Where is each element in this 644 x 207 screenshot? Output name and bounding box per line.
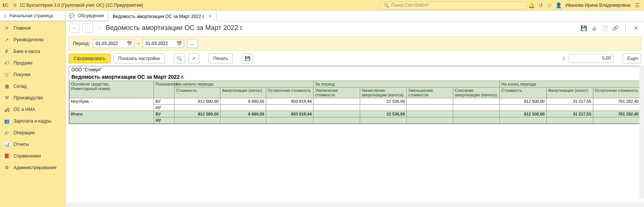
back-button[interactable]: ←	[69, 24, 80, 33]
calendar-icon[interactable]: 📅	[127, 41, 132, 46]
titlebar: 1С ≡ 1С:Бухгалтерия 3.0 (Групповой учет …	[0, 0, 644, 10]
save-disk-button[interactable]: 💾	[242, 54, 253, 63]
search-placeholder: Поиск Ctrl+Shift+F	[391, 3, 429, 8]
sidebar-label: Справочники	[14, 153, 41, 159]
people-icon: 👥	[4, 118, 10, 124]
app-title: 1С:Бухгалтерия 3.0 (Групповой учет ОС) (…	[20, 3, 143, 8]
calendar-icon[interactable]: 📅	[176, 41, 182, 46]
show-settings-button[interactable]: Показать настройки	[113, 54, 165, 63]
home-icon: ⌂	[4, 13, 6, 18]
cell-nu: НУ	[154, 105, 175, 111]
sidebar-item-production[interactable]: ⚒Производство	[0, 92, 65, 104]
th-asset: Основное средство, Инвентарный номер	[69, 81, 154, 98]
sidebar-item-reports[interactable]: 📊Отчеты	[0, 138, 65, 150]
scrollbar-vertical[interactable]	[639, 66, 644, 198]
truck-icon: 🚚	[4, 107, 10, 112]
tab-home-label: Начальная страница	[9, 13, 53, 18]
tag-icon: 🏷	[4, 60, 10, 66]
tab-active-label: Ведомость амортизации ОС за Март 2022 г.	[113, 14, 205, 19]
sidebar-label: Банк и касса	[14, 49, 40, 54]
cell-total-nu: НУ	[154, 117, 175, 124]
form-button[interactable]: Сформировать	[69, 54, 110, 63]
link-icon[interactable]: 🔗	[611, 25, 619, 31]
find-button[interactable]: 🔍	[174, 54, 185, 63]
total-row-nu: НУ	[69, 117, 641, 124]
send-icon[interactable]: 📄	[600, 25, 609, 31]
save-icon[interactable]: 💾	[579, 25, 588, 31]
kebab-icon[interactable]: ⋮	[621, 25, 630, 31]
tab-active[interactable]: Ведомость амортизации ОС за Март 2022 г.…	[108, 10, 217, 21]
cell-total-bu: БУ	[154, 111, 175, 117]
tab-discussions[interactable]: 💬 Обсуждения	[65, 10, 108, 21]
th-start-resid: Остаточная стоимость	[266, 87, 313, 98]
tab-home[interactable]: ⌂ Начальная страница	[0, 10, 65, 21]
report-title: Ведомость амортизации ОС за Март 2022 г.	[69, 73, 641, 81]
sidebar-label: Покупки	[14, 72, 30, 77]
report-table: Основное средство, Инвентарный номер Пок…	[69, 81, 641, 124]
period-picker-button[interactable]: ...	[187, 39, 198, 48]
th-period: За период	[314, 81, 500, 87]
date-to-input[interactable]: 31.03.2022 📅	[143, 39, 184, 48]
cell: 812 500,00	[500, 98, 546, 105]
book-icon: 📕	[4, 153, 10, 159]
sidebar-item-assets[interactable]: 🚚ОС и НМА	[0, 104, 65, 115]
sidebar-item-purchases[interactable]: 🛒Покупки	[0, 69, 65, 80]
star-icon[interactable]: ☆	[545, 2, 554, 8]
th-acc-depr: Начисление амортизации (износа)	[360, 87, 407, 98]
period-bar: Период: 01.03.2022 📅 – 31.03.2022 📅 ...	[69, 36, 641, 51]
report-area: ООО "Стимул" Ведомость амортизации ОС за…	[66, 66, 644, 202]
date-from-value: 01.03.2022	[95, 41, 118, 46]
th-start-depr: Амортизация (износ)	[220, 87, 266, 98]
sidebar-item-sales[interactable]: 🏷Продажи	[0, 57, 65, 69]
cell-total: Итого	[69, 111, 154, 124]
sum-output: 0,00	[569, 54, 614, 63]
th-wo-depr: Списание амортизации (износа)	[453, 87, 500, 98]
favorite-icon[interactable]: ☆	[97, 24, 102, 32]
date-to-value: 31.03.2022	[145, 41, 168, 46]
print-button[interactable]: Печать	[208, 54, 233, 63]
th-dec-cost: Уменьшение стоимости	[407, 87, 453, 98]
sidebar-item-operations[interactable]: ДтОперации	[0, 127, 65, 138]
sidebar-label: Отчеты	[14, 142, 29, 147]
close-icon[interactable]: ✕	[208, 14, 212, 19]
sidebar: ≡Главное ↗Руководителю ₽Банк и касса 🏷Пр…	[0, 21, 65, 207]
settings-lines-icon[interactable]: ☰	[633, 2, 642, 8]
expand-button[interactable]: ⤢	[188, 54, 199, 63]
sidebar-item-bank[interactable]: ₽Банк и касса	[0, 45, 65, 57]
sidebar-item-main[interactable]: ≡Главное	[0, 22, 65, 34]
sidebar-item-warehouse[interactable]: ▦Склад	[0, 80, 65, 92]
scrollbar-horizontal[interactable]	[66, 202, 644, 207]
menu-icon: ≡	[4, 26, 10, 31]
chart-icon: 📊	[4, 142, 10, 147]
th-end-cost: Стоимость	[500, 87, 546, 98]
print-icon[interactable]: 🖨	[590, 25, 598, 31]
th-indicators: Показатели	[154, 81, 175, 98]
user-icon[interactable]: 👤	[554, 2, 563, 8]
history-icon[interactable]: ↺	[536, 2, 545, 8]
sidebar-label: Руководителю	[14, 37, 44, 42]
date-from-input[interactable]: 01.03.2022 📅	[93, 39, 134, 48]
table-row[interactable]: НУ	[69, 105, 641, 111]
main-menu-icon[interactable]: ≡	[13, 2, 17, 9]
search-input[interactable]: 🔍 Поиск Ctrl+Shift+F	[381, 2, 527, 9]
sigma-icon: Σ	[563, 56, 565, 61]
sidebar-item-salary[interactable]: 👥Зарплата и кадры	[0, 115, 65, 127]
th-end-resid: Остаточная стоимость	[593, 87, 640, 98]
bell-icon[interactable]: 🔔	[527, 2, 536, 8]
cell	[314, 98, 360, 105]
forward-button: →	[82, 24, 93, 33]
toolbar: Сформировать Показать настройки 🔍 ⤢ Печа…	[66, 52, 644, 66]
close-doc-icon[interactable]: ✕	[632, 25, 640, 31]
more-button[interactable]: Еще	[623, 54, 641, 63]
sidebar-item-refs[interactable]: 📕Справочники	[0, 150, 65, 162]
sidebar-item-admin[interactable]: ⚙Администрирование	[0, 162, 65, 173]
dash: –	[137, 41, 140, 46]
doc-title: Ведомость амортизации ОС за Март 2022 г.	[106, 24, 244, 32]
cart-icon: 🛒	[4, 72, 10, 77]
table-row[interactable]: Ноутбуки, - БУ 812 500,00 8 680,56 803 8…	[69, 98, 641, 105]
sidebar-label: Администрирование	[14, 165, 56, 170]
sidebar-label: Продажи	[14, 60, 32, 66]
sidebar-item-manager[interactable]: ↗Руководителю	[0, 34, 65, 45]
th-end: На конец периода	[500, 81, 641, 87]
dtkt-icon: Дт	[4, 131, 10, 135]
